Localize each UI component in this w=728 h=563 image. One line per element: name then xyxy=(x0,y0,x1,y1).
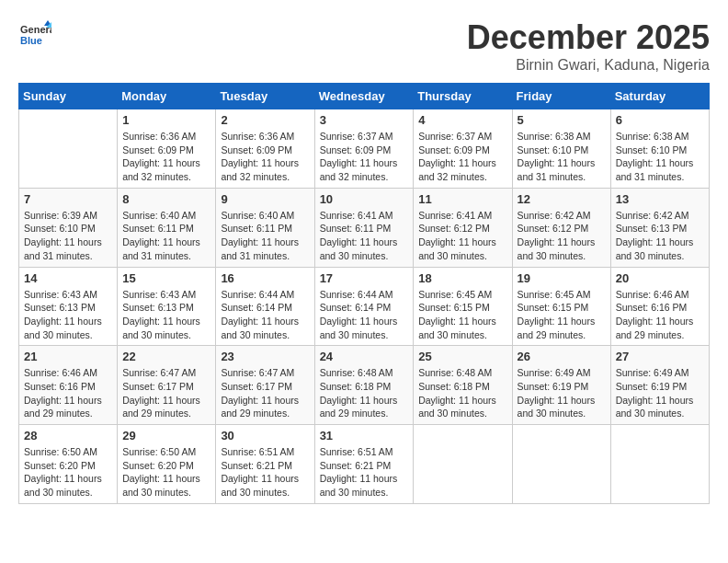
day-number: 16 xyxy=(221,271,309,285)
calendar-cell: 19Sunrise: 6:45 AM Sunset: 6:15 PM Dayli… xyxy=(512,267,610,346)
day-number: 11 xyxy=(418,192,506,206)
day-info: Sunrise: 6:37 AM Sunset: 6:09 PM Dayligh… xyxy=(418,130,506,184)
day-info: Sunrise: 6:47 AM Sunset: 6:17 PM Dayligh… xyxy=(122,366,210,420)
day-info: Sunrise: 6:43 AM Sunset: 6:13 PM Dayligh… xyxy=(24,288,112,342)
calendar-cell xyxy=(19,109,118,189)
day-number: 26 xyxy=(518,350,606,363)
calendar-cell: 30Sunrise: 6:51 AM Sunset: 6:21 PM Dayli… xyxy=(216,425,314,504)
day-info: Sunrise: 6:39 AM Sunset: 6:10 PM Dayligh… xyxy=(24,209,112,263)
day-number: 18 xyxy=(418,271,506,285)
calendar-cell: 2Sunrise: 6:36 AM Sunset: 6:09 PM Daylig… xyxy=(216,109,314,189)
day-number: 8 xyxy=(122,192,210,206)
day-info: Sunrise: 6:48 AM Sunset: 6:18 PM Dayligh… xyxy=(418,366,506,420)
day-number: 1 xyxy=(122,113,210,127)
day-number: 9 xyxy=(221,192,309,206)
svg-text:Blue: Blue xyxy=(20,35,42,46)
day-info: Sunrise: 6:51 AM Sunset: 6:21 PM Dayligh… xyxy=(320,445,409,500)
day-number: 4 xyxy=(418,113,506,127)
weekday-header-sunday: Sunday xyxy=(19,84,118,109)
day-info: Sunrise: 6:38 AM Sunset: 6:10 PM Dayligh… xyxy=(518,130,606,184)
calendar-cell: 8Sunrise: 6:40 AM Sunset: 6:11 PM Daylig… xyxy=(118,188,216,267)
day-info: Sunrise: 6:43 AM Sunset: 6:13 PM Dayligh… xyxy=(122,288,210,342)
calendar-cell: 28Sunrise: 6:50 AM Sunset: 6:20 PM Dayli… xyxy=(19,425,118,504)
day-number: 28 xyxy=(24,429,112,442)
calendar-cell: 3Sunrise: 6:37 AM Sunset: 6:09 PM Daylig… xyxy=(314,109,414,189)
calendar-cell: 26Sunrise: 6:49 AM Sunset: 6:19 PM Dayli… xyxy=(512,346,610,425)
calendar-table: SundayMondayTuesdayWednesdayThursdayFrid… xyxy=(18,83,710,504)
day-number: 17 xyxy=(320,271,409,285)
day-info: Sunrise: 6:50 AM Sunset: 6:20 PM Dayligh… xyxy=(122,445,210,500)
month-title: December 2025 xyxy=(467,18,710,57)
day-info: Sunrise: 6:46 AM Sunset: 6:16 PM Dayligh… xyxy=(24,366,112,420)
day-info: Sunrise: 6:42 AM Sunset: 6:13 PM Dayligh… xyxy=(616,209,704,263)
day-info: Sunrise: 6:44 AM Sunset: 6:14 PM Dayligh… xyxy=(221,288,309,342)
calendar-cell xyxy=(610,425,709,504)
day-info: Sunrise: 6:48 AM Sunset: 6:18 PM Dayligh… xyxy=(320,366,409,420)
day-number: 22 xyxy=(122,350,210,363)
day-number: 13 xyxy=(616,192,704,206)
calendar-cell: 25Sunrise: 6:48 AM Sunset: 6:18 PM Dayli… xyxy=(414,346,512,425)
weekday-header-monday: Monday xyxy=(118,84,216,109)
calendar-cell: 15Sunrise: 6:43 AM Sunset: 6:13 PM Dayli… xyxy=(118,267,216,346)
calendar-cell: 1Sunrise: 6:36 AM Sunset: 6:09 PM Daylig… xyxy=(118,109,216,189)
calendar-cell: 4Sunrise: 6:37 AM Sunset: 6:09 PM Daylig… xyxy=(414,109,512,189)
calendar-cell: 14Sunrise: 6:43 AM Sunset: 6:13 PM Dayli… xyxy=(19,267,118,346)
calendar-cell: 21Sunrise: 6:46 AM Sunset: 6:16 PM Dayli… xyxy=(19,346,118,425)
day-info: Sunrise: 6:49 AM Sunset: 6:19 PM Dayligh… xyxy=(616,366,704,420)
day-number: 23 xyxy=(221,350,309,363)
calendar-week-4: 21Sunrise: 6:46 AM Sunset: 6:16 PM Dayli… xyxy=(19,346,710,425)
calendar-cell: 5Sunrise: 6:38 AM Sunset: 6:10 PM Daylig… xyxy=(512,109,610,189)
day-info: Sunrise: 6:40 AM Sunset: 6:11 PM Dayligh… xyxy=(221,209,309,263)
calendar-cell: 7Sunrise: 6:39 AM Sunset: 6:10 PM Daylig… xyxy=(19,188,118,267)
day-info: Sunrise: 6:37 AM Sunset: 6:09 PM Dayligh… xyxy=(320,130,409,184)
day-info: Sunrise: 6:46 AM Sunset: 6:16 PM Dayligh… xyxy=(616,288,704,342)
weekday-header-wednesday: Wednesday xyxy=(314,84,414,109)
day-info: Sunrise: 6:41 AM Sunset: 6:12 PM Dayligh… xyxy=(418,209,506,263)
day-number: 6 xyxy=(616,113,704,127)
day-info: Sunrise: 6:36 AM Sunset: 6:09 PM Dayligh… xyxy=(221,130,309,184)
day-number: 19 xyxy=(518,271,606,285)
day-info: Sunrise: 6:42 AM Sunset: 6:12 PM Dayligh… xyxy=(518,209,606,263)
calendar-cell: 23Sunrise: 6:47 AM Sunset: 6:17 PM Dayli… xyxy=(216,346,314,425)
day-info: Sunrise: 6:45 AM Sunset: 6:15 PM Dayligh… xyxy=(518,288,606,342)
calendar-cell: 16Sunrise: 6:44 AM Sunset: 6:14 PM Dayli… xyxy=(216,267,314,346)
calendar-cell: 17Sunrise: 6:44 AM Sunset: 6:14 PM Dayli… xyxy=(314,267,414,346)
day-info: Sunrise: 6:47 AM Sunset: 6:17 PM Dayligh… xyxy=(221,366,309,420)
calendar-week-2: 7Sunrise: 6:39 AM Sunset: 6:10 PM Daylig… xyxy=(19,188,710,267)
title-area: December 2025 Birnin Gwari, Kaduna, Nige… xyxy=(467,18,710,74)
day-number: 27 xyxy=(616,350,704,363)
calendar-cell: 29Sunrise: 6:50 AM Sunset: 6:20 PM Dayli… xyxy=(118,425,216,504)
calendar-cell: 20Sunrise: 6:46 AM Sunset: 6:16 PM Dayli… xyxy=(610,267,709,346)
day-number: 12 xyxy=(518,192,606,206)
logo: General Blue xyxy=(18,18,51,52)
calendar-week-3: 14Sunrise: 6:43 AM Sunset: 6:13 PM Dayli… xyxy=(19,267,710,346)
day-info: Sunrise: 6:38 AM Sunset: 6:10 PM Dayligh… xyxy=(616,130,704,184)
day-info: Sunrise: 6:36 AM Sunset: 6:09 PM Dayligh… xyxy=(122,130,210,184)
day-number: 21 xyxy=(24,350,112,363)
day-number: 31 xyxy=(320,429,409,442)
location: Birnin Gwari, Kaduna, Nigeria xyxy=(467,57,710,74)
calendar-week-1: 1Sunrise: 6:36 AM Sunset: 6:09 PM Daylig… xyxy=(19,109,710,189)
calendar-cell: 13Sunrise: 6:42 AM Sunset: 6:13 PM Dayli… xyxy=(610,188,709,267)
day-info: Sunrise: 6:40 AM Sunset: 6:11 PM Dayligh… xyxy=(122,209,210,263)
day-info: Sunrise: 6:51 AM Sunset: 6:21 PM Dayligh… xyxy=(221,445,309,500)
day-number: 24 xyxy=(320,350,409,363)
calendar-cell: 24Sunrise: 6:48 AM Sunset: 6:18 PM Dayli… xyxy=(314,346,414,425)
calendar-cell: 9Sunrise: 6:40 AM Sunset: 6:11 PM Daylig… xyxy=(216,188,314,267)
calendar-cell: 12Sunrise: 6:42 AM Sunset: 6:12 PM Dayli… xyxy=(512,188,610,267)
day-info: Sunrise: 6:45 AM Sunset: 6:15 PM Dayligh… xyxy=(418,288,506,342)
day-number: 7 xyxy=(24,192,112,206)
calendar-cell xyxy=(512,425,610,504)
day-number: 15 xyxy=(122,271,210,285)
calendar-cell: 18Sunrise: 6:45 AM Sunset: 6:15 PM Dayli… xyxy=(414,267,512,346)
weekday-header-thursday: Thursday xyxy=(414,84,512,109)
calendar-cell: 10Sunrise: 6:41 AM Sunset: 6:11 PM Dayli… xyxy=(314,188,414,267)
day-info: Sunrise: 6:50 AM Sunset: 6:20 PM Dayligh… xyxy=(24,445,112,500)
day-number: 14 xyxy=(24,271,112,285)
day-number: 30 xyxy=(221,429,309,442)
calendar-week-5: 28Sunrise: 6:50 AM Sunset: 6:20 PM Dayli… xyxy=(19,425,710,504)
page-header: General Blue December 2025 Birnin Gwari,… xyxy=(18,18,710,74)
calendar-cell: 31Sunrise: 6:51 AM Sunset: 6:21 PM Dayli… xyxy=(314,425,414,504)
weekday-header-tuesday: Tuesday xyxy=(216,84,314,109)
weekday-header-saturday: Saturday xyxy=(610,84,709,109)
